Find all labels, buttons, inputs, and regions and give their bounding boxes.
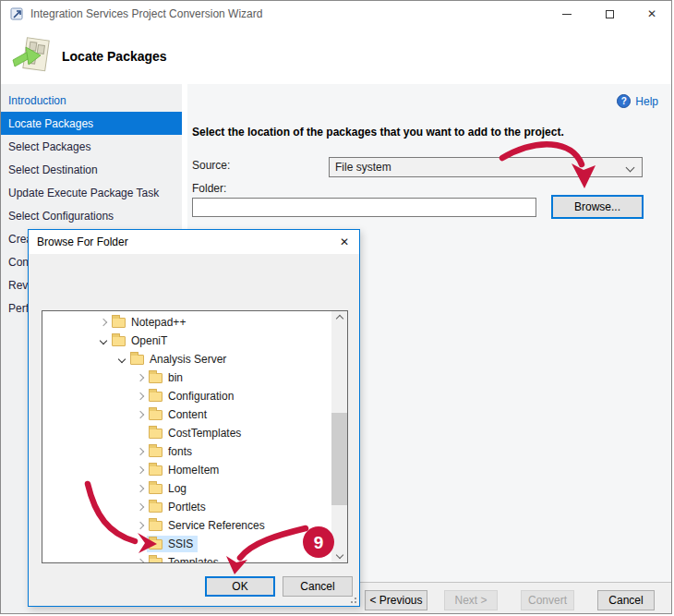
ok-button[interactable]: OK (205, 576, 275, 597)
step-introduction[interactable]: Introduction (1, 89, 182, 112)
tree-scrollbar[interactable] (331, 311, 347, 562)
folder-icon (112, 318, 126, 328)
chevron-right-icon[interactable] (96, 320, 110, 325)
dialog-title: Browse For Folder (37, 236, 128, 248)
chevron-down-icon[interactable] (96, 338, 110, 344)
tree-item[interactable]: Configuration (42, 387, 347, 405)
minimize-button[interactable] (546, 1, 588, 27)
source-value: File system (335, 161, 391, 174)
tree-item-label: OpeniT (131, 334, 167, 347)
instruction-text: Select the location of the packages that… (192, 126, 564, 139)
chevron-right-icon[interactable] (133, 467, 147, 473)
chevron-right-icon[interactable] (133, 560, 147, 563)
tree-item[interactable]: Templates (42, 553, 347, 563)
chevron-right-icon[interactable] (133, 504, 147, 510)
tree-item-label: Notepad++ (131, 316, 186, 329)
tree-item-ssis-selected[interactable]: SSIS (42, 535, 347, 553)
close-button[interactable]: ✕ (631, 1, 672, 27)
scrollbar-thumb[interactable] (331, 413, 347, 505)
tree-item-label: Service References (168, 519, 265, 532)
browse-for-folder-dialog: Browse For Folder ✕ Notepad++ OpeniT Ana… (28, 229, 360, 607)
folder-label: Folder: (192, 182, 226, 195)
maximize-button[interactable] (588, 1, 631, 27)
maximize-icon (606, 10, 614, 18)
help-link[interactable]: ? Help (617, 94, 658, 108)
chevron-right-icon[interactable] (133, 486, 147, 491)
step-locate-packages[interactable]: Locate Packages (1, 112, 182, 135)
tree-item-label: Analysis Server (150, 353, 226, 366)
dialog-close-button[interactable]: ✕ (330, 230, 359, 254)
folder-icon (149, 558, 162, 563)
tree-item-label: Content (168, 408, 207, 421)
dialog-title-bar: Browse For Folder ✕ (29, 230, 359, 254)
step-select-destination[interactable]: Select Destination (1, 158, 182, 181)
folder-icon (149, 521, 162, 531)
tree-item[interactable]: OpeniT (42, 332, 347, 350)
tree-item-label: bin (168, 371, 183, 384)
scroll-down-icon[interactable] (331, 548, 347, 562)
source-label: Source: (192, 159, 230, 172)
tree-item-label: Configuration (168, 390, 234, 403)
source-combobox[interactable]: File system (329, 157, 643, 177)
tree-item[interactable]: Portlets (42, 498, 347, 516)
tree-item-label: Log (168, 482, 187, 495)
folder-icon (149, 465, 162, 476)
folder-icon (149, 410, 162, 420)
wizard-window: Integration Services Project Conversion … (0, 0, 672, 614)
tree-item-label: Portlets (168, 501, 206, 513)
chevron-down-icon[interactable] (114, 356, 128, 362)
tree-item[interactable]: Analysis Server (42, 350, 347, 368)
close-icon: ✕ (647, 8, 656, 19)
chevron-right-icon[interactable] (133, 523, 147, 528)
folder-icon (149, 539, 162, 550)
help-label: Help (635, 95, 658, 108)
folder-tree: Notepad++ OpeniT Analysis Server bin Con… (42, 310, 348, 563)
chevron-down-icon (626, 163, 635, 173)
tree-item[interactable]: Content (42, 405, 347, 424)
wizard-header: Locate Packages (1, 27, 672, 84)
resize-grip[interactable] (349, 596, 356, 603)
tree-item[interactable]: fonts (42, 442, 347, 461)
window-title: Integration Services Project Conversion … (30, 7, 262, 20)
locate-packages-icon (12, 34, 54, 77)
folder-icon (149, 502, 162, 513)
tree-item-label: SSIS (168, 537, 193, 550)
next-button[interactable]: Next > (444, 590, 498, 610)
tree-item-label: CostTemplates (168, 427, 241, 440)
folder-icon (149, 447, 162, 457)
minimize-icon (562, 14, 572, 15)
tree-item-label: Templates (168, 556, 219, 563)
folder-icon (149, 392, 162, 402)
tree-item[interactable]: bin (42, 368, 347, 387)
chevron-right-icon[interactable] (133, 449, 147, 454)
folder-icon (130, 355, 144, 365)
folder-icon (149, 484, 162, 494)
folder-input[interactable] (192, 198, 536, 217)
wizard-cancel-button[interactable]: Cancel (597, 590, 655, 610)
step-update-execute-package-task[interactable]: Update Execute Package Task (1, 181, 182, 204)
tree-item-label: fonts (168, 445, 192, 458)
tree-item[interactable]: HomeItem (42, 461, 347, 479)
convert-button[interactable]: Convert (521, 590, 574, 610)
chevron-right-icon[interactable] (133, 375, 147, 380)
step-select-configurations[interactable]: Select Configurations (1, 204, 182, 227)
dialog-cancel-button[interactable]: Cancel (283, 576, 353, 597)
help-icon: ? (617, 94, 631, 108)
tree-item[interactable]: Log (42, 479, 347, 498)
folder-icon (112, 336, 126, 346)
folder-icon (149, 429, 162, 439)
tree-item[interactable]: CostTemplates (42, 424, 347, 442)
browse-button[interactable]: Browse... (551, 195, 644, 219)
tree-item[interactable]: Notepad++ (42, 313, 347, 332)
page-title: Locate Packages (62, 49, 167, 64)
tree-item-label: HomeItem (168, 464, 219, 477)
tree-item[interactable]: Service References (42, 516, 347, 535)
title-bar: Integration Services Project Conversion … (1, 1, 672, 27)
scroll-up-icon[interactable] (331, 311, 347, 326)
app-icon (10, 6, 25, 21)
step-select-packages[interactable]: Select Packages (1, 135, 182, 158)
chevron-right-icon[interactable] (133, 393, 147, 399)
folder-icon (149, 373, 162, 383)
chevron-right-icon[interactable] (133, 412, 147, 417)
previous-button[interactable]: < Previous (365, 590, 427, 610)
